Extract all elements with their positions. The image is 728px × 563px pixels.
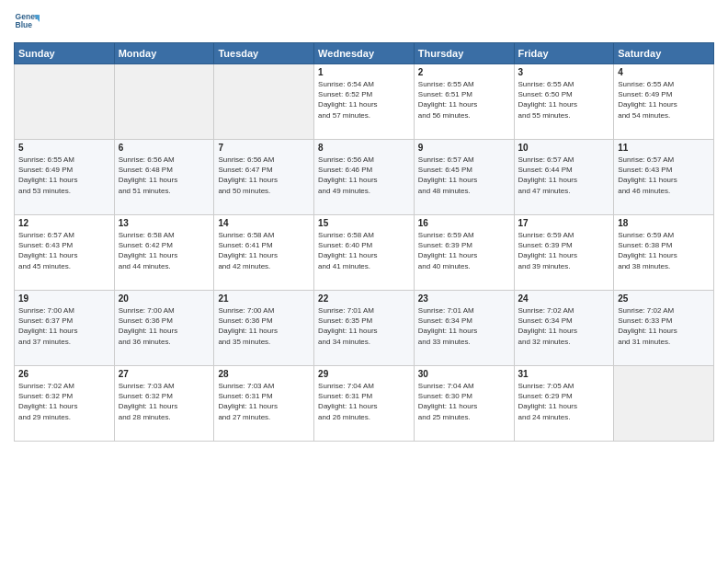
day-info: Sunrise: 7:02 AM Sunset: 6:32 PM Dayligh… bbox=[18, 381, 110, 422]
header-cell-thursday: Thursday bbox=[414, 43, 514, 64]
day-info: Sunrise: 7:00 AM Sunset: 6:36 PM Dayligh… bbox=[218, 305, 310, 347]
day-cell: 23Sunrise: 7:01 AM Sunset: 6:34 PM Dayli… bbox=[414, 291, 514, 366]
day-number: 29 bbox=[318, 369, 410, 379]
day-info: Sunrise: 6:57 AM Sunset: 6:43 PM Dayligh… bbox=[18, 230, 110, 271]
day-number: 20 bbox=[119, 293, 210, 304]
day-number: 8 bbox=[318, 143, 410, 153]
day-cell bbox=[114, 64, 214, 140]
day-cell bbox=[15, 64, 115, 140]
day-number: 16 bbox=[418, 218, 510, 228]
day-info: Sunrise: 6:57 AM Sunset: 6:45 PM Dayligh… bbox=[418, 155, 510, 196]
day-info: Sunrise: 7:00 AM Sunset: 6:37 PM Dayligh… bbox=[18, 305, 110, 347]
day-number: 28 bbox=[218, 369, 310, 379]
week-row-4: 19Sunrise: 7:00 AM Sunset: 6:37 PM Dayli… bbox=[15, 291, 714, 366]
day-cell: 10Sunrise: 6:57 AM Sunset: 6:44 PM Dayli… bbox=[514, 140, 614, 215]
header-cell-friday: Friday bbox=[514, 43, 614, 64]
day-cell: 12Sunrise: 6:57 AM Sunset: 6:43 PM Dayli… bbox=[15, 215, 115, 291]
day-number: 21 bbox=[218, 293, 310, 304]
header: General Blue bbox=[14, 9, 714, 35]
day-cell: 16Sunrise: 6:59 AM Sunset: 6:39 PM Dayli… bbox=[414, 215, 514, 291]
day-info: Sunrise: 6:58 AM Sunset: 6:40 PM Dayligh… bbox=[318, 230, 410, 271]
day-cell: 30Sunrise: 7:04 AM Sunset: 6:30 PM Dayli… bbox=[414, 366, 514, 442]
day-number: 10 bbox=[518, 143, 610, 153]
week-row-3: 12Sunrise: 6:57 AM Sunset: 6:43 PM Dayli… bbox=[15, 215, 714, 291]
day-cell: 14Sunrise: 6:58 AM Sunset: 6:41 PM Dayli… bbox=[214, 215, 314, 291]
day-number: 7 bbox=[218, 143, 310, 153]
day-info: Sunrise: 7:04 AM Sunset: 6:31 PM Dayligh… bbox=[318, 381, 410, 422]
day-number: 2 bbox=[418, 67, 510, 77]
day-cell: 26Sunrise: 7:02 AM Sunset: 6:32 PM Dayli… bbox=[15, 366, 115, 442]
logo: General Blue bbox=[14, 9, 43, 35]
day-number: 6 bbox=[119, 143, 210, 153]
day-cell: 25Sunrise: 7:02 AM Sunset: 6:33 PM Dayli… bbox=[614, 291, 714, 366]
day-number: 4 bbox=[618, 67, 710, 77]
logo-icon: General Blue bbox=[14, 9, 40, 35]
day-number: 27 bbox=[119, 369, 210, 379]
day-info: Sunrise: 6:57 AM Sunset: 6:43 PM Dayligh… bbox=[618, 155, 710, 196]
day-info: Sunrise: 6:58 AM Sunset: 6:41 PM Dayligh… bbox=[218, 230, 310, 271]
day-info: Sunrise: 6:55 AM Sunset: 6:49 PM Dayligh… bbox=[18, 155, 110, 196]
day-number: 11 bbox=[618, 143, 710, 153]
day-number: 26 bbox=[18, 369, 110, 379]
day-cell: 18Sunrise: 6:59 AM Sunset: 6:38 PM Dayli… bbox=[614, 215, 714, 291]
day-number: 31 bbox=[518, 369, 610, 379]
day-info: Sunrise: 6:55 AM Sunset: 6:50 PM Dayligh… bbox=[518, 79, 610, 121]
calendar-container: General Blue SundayMondayTuesdayWednesda… bbox=[0, 0, 728, 451]
day-cell: 17Sunrise: 6:59 AM Sunset: 6:39 PM Dayli… bbox=[514, 215, 614, 291]
day-info: Sunrise: 6:56 AM Sunset: 6:47 PM Dayligh… bbox=[218, 155, 310, 196]
day-info: Sunrise: 7:01 AM Sunset: 6:35 PM Dayligh… bbox=[318, 305, 410, 347]
day-info: Sunrise: 6:59 AM Sunset: 6:38 PM Dayligh… bbox=[618, 230, 710, 271]
calendar-table: SundayMondayTuesdayWednesdayThursdayFrid… bbox=[14, 42, 714, 442]
day-info: Sunrise: 7:00 AM Sunset: 6:36 PM Dayligh… bbox=[119, 305, 210, 347]
day-cell: 31Sunrise: 7:05 AM Sunset: 6:29 PM Dayli… bbox=[514, 366, 614, 442]
week-row-5: 26Sunrise: 7:02 AM Sunset: 6:32 PM Dayli… bbox=[15, 366, 714, 442]
day-cell: 4Sunrise: 6:55 AM Sunset: 6:49 PM Daylig… bbox=[614, 64, 714, 140]
day-number: 23 bbox=[418, 293, 510, 304]
day-cell: 9Sunrise: 6:57 AM Sunset: 6:45 PM Daylig… bbox=[414, 140, 514, 215]
day-cell: 24Sunrise: 7:02 AM Sunset: 6:34 PM Dayli… bbox=[514, 291, 614, 366]
day-cell: 15Sunrise: 6:58 AM Sunset: 6:40 PM Dayli… bbox=[314, 215, 415, 291]
day-info: Sunrise: 6:59 AM Sunset: 6:39 PM Dayligh… bbox=[518, 230, 610, 271]
day-info: Sunrise: 7:01 AM Sunset: 6:34 PM Dayligh… bbox=[418, 305, 510, 347]
day-info: Sunrise: 7:04 AM Sunset: 6:30 PM Dayligh… bbox=[418, 381, 510, 422]
week-row-1: 1Sunrise: 6:54 AM Sunset: 6:52 PM Daylig… bbox=[15, 64, 714, 140]
day-info: Sunrise: 6:55 AM Sunset: 6:49 PM Dayligh… bbox=[618, 79, 710, 121]
day-info: Sunrise: 7:03 AM Sunset: 6:32 PM Dayligh… bbox=[119, 381, 210, 422]
day-cell: 21Sunrise: 7:00 AM Sunset: 6:36 PM Dayli… bbox=[214, 291, 314, 366]
day-info: Sunrise: 7:03 AM Sunset: 6:31 PM Dayligh… bbox=[218, 381, 310, 422]
day-info: Sunrise: 6:56 AM Sunset: 6:46 PM Dayligh… bbox=[318, 155, 410, 196]
day-number: 14 bbox=[218, 218, 310, 228]
week-row-2: 5Sunrise: 6:55 AM Sunset: 6:49 PM Daylig… bbox=[15, 140, 714, 215]
day-number: 9 bbox=[418, 143, 510, 153]
day-number: 19 bbox=[18, 293, 110, 304]
day-number: 17 bbox=[518, 218, 610, 228]
day-number: 15 bbox=[318, 218, 410, 228]
header-cell-wednesday: Wednesday bbox=[314, 43, 415, 64]
day-cell: 6Sunrise: 6:56 AM Sunset: 6:48 PM Daylig… bbox=[114, 140, 214, 215]
day-cell: 5Sunrise: 6:55 AM Sunset: 6:49 PM Daylig… bbox=[15, 140, 115, 215]
day-info: Sunrise: 6:55 AM Sunset: 6:51 PM Dayligh… bbox=[418, 79, 510, 121]
day-cell: 27Sunrise: 7:03 AM Sunset: 6:32 PM Dayli… bbox=[114, 366, 214, 442]
day-number: 13 bbox=[119, 218, 210, 228]
header-cell-monday: Monday bbox=[114, 43, 214, 64]
day-number: 1 bbox=[318, 67, 410, 77]
day-info: Sunrise: 6:58 AM Sunset: 6:42 PM Dayligh… bbox=[119, 230, 210, 271]
day-info: Sunrise: 6:56 AM Sunset: 6:48 PM Dayligh… bbox=[119, 155, 210, 196]
day-cell: 7Sunrise: 6:56 AM Sunset: 6:47 PM Daylig… bbox=[214, 140, 314, 215]
day-cell: 13Sunrise: 6:58 AM Sunset: 6:42 PM Dayli… bbox=[114, 215, 214, 291]
day-number: 22 bbox=[318, 293, 410, 304]
day-cell: 2Sunrise: 6:55 AM Sunset: 6:51 PM Daylig… bbox=[414, 64, 514, 140]
day-cell: 11Sunrise: 6:57 AM Sunset: 6:43 PM Dayli… bbox=[614, 140, 714, 215]
day-info: Sunrise: 7:05 AM Sunset: 6:29 PM Dayligh… bbox=[518, 381, 610, 422]
day-cell: 19Sunrise: 7:00 AM Sunset: 6:37 PM Dayli… bbox=[15, 291, 115, 366]
day-info: Sunrise: 6:54 AM Sunset: 6:52 PM Dayligh… bbox=[318, 79, 410, 121]
svg-text:Blue: Blue bbox=[16, 20, 33, 29]
day-cell: 28Sunrise: 7:03 AM Sunset: 6:31 PM Dayli… bbox=[214, 366, 314, 442]
day-cell: 3Sunrise: 6:55 AM Sunset: 6:50 PM Daylig… bbox=[514, 64, 614, 140]
day-number: 25 bbox=[618, 293, 710, 304]
day-info: Sunrise: 6:59 AM Sunset: 6:39 PM Dayligh… bbox=[418, 230, 510, 271]
header-row: SundayMondayTuesdayWednesdayThursdayFrid… bbox=[15, 43, 714, 64]
day-number: 18 bbox=[618, 218, 710, 228]
day-number: 24 bbox=[518, 293, 610, 304]
day-cell: 22Sunrise: 7:01 AM Sunset: 6:35 PM Dayli… bbox=[314, 291, 415, 366]
